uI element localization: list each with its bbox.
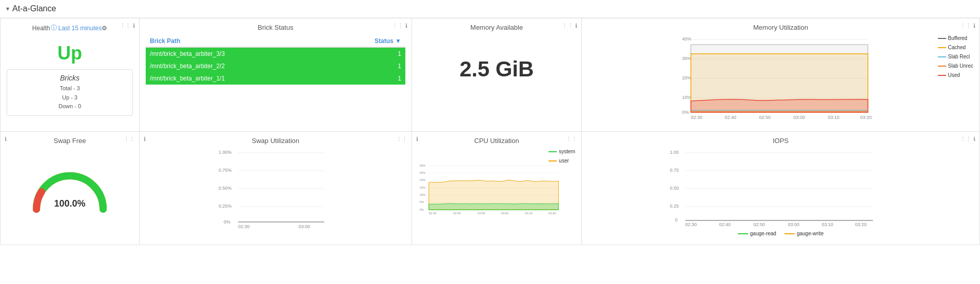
svg-text:20%: 20% bbox=[682, 75, 692, 80]
drag-icon-memutil: ⋮⋮ bbox=[960, 23, 971, 29]
brick-table: Brick Path Status ▼ /mnt/brick_beta_arbi… bbox=[146, 35, 405, 85]
legend-item: gauge-write bbox=[785, 231, 824, 236]
svg-text:02:30: 02:30 bbox=[238, 224, 250, 229]
svg-text:03:20: 03:20 bbox=[855, 222, 867, 227]
memory-value: 2.5 GiB bbox=[418, 57, 575, 82]
svg-text:03:10: 03:10 bbox=[822, 222, 834, 227]
swap-util-title: Swap Utilization bbox=[146, 137, 405, 145]
svg-text:10%: 10% bbox=[420, 193, 426, 196]
svg-text:02:40: 02:40 bbox=[719, 222, 731, 227]
svg-text:20%: 20% bbox=[420, 178, 426, 181]
bricks-up: Up - 3 bbox=[13, 93, 126, 103]
svg-text:03:00: 03:00 bbox=[299, 224, 310, 229]
cpu-util-title: CPU Utilization bbox=[418, 137, 575, 145]
brick-path: /mnt/brick_beta_arbiter_3/3 bbox=[146, 47, 329, 60]
col-path[interactable]: Brick Path bbox=[146, 35, 329, 47]
drag-icon-mem: ⋮⋮ bbox=[562, 23, 573, 29]
svg-text:10%: 10% bbox=[682, 95, 692, 100]
swap-util-panel: ℹ ⋮⋮ Swap Utilization 1.00% 0.75% 0.50% … bbox=[140, 132, 411, 245]
page-title: At-a-Glance bbox=[12, 4, 56, 13]
col-status[interactable]: Status ▼ bbox=[329, 35, 405, 47]
legend-item: Cached bbox=[938, 43, 973, 52]
health-panel: ⋮⋮ ℹ Health ⓘ Last 15 minutes ⚙ Up Brick… bbox=[1, 18, 139, 131]
svg-text:03:20: 03:20 bbox=[860, 115, 872, 120]
svg-text:02:50: 02:50 bbox=[759, 115, 771, 120]
svg-text:02:50: 02:50 bbox=[754, 222, 766, 227]
svg-text:02:50: 02:50 bbox=[478, 212, 485, 215]
svg-text:0%: 0% bbox=[224, 219, 230, 225]
iops-legend: gauge-readgauge-write bbox=[588, 231, 973, 236]
svg-text:03:20: 03:20 bbox=[548, 212, 556, 215]
drag-icon-iops: ⋮⋮ bbox=[960, 136, 971, 143]
svg-text:0.25%: 0.25% bbox=[219, 204, 232, 209]
svg-text:30%: 30% bbox=[420, 164, 426, 167]
health-label-row: Health ⓘ Last 15 minutes ⚙ bbox=[7, 24, 133, 32]
page-header: ▾ At-a-Glance bbox=[0, 0, 980, 18]
info-icon-memutil[interactable]: ℹ bbox=[973, 23, 975, 29]
gauge-container: 100.0% bbox=[29, 163, 111, 209]
info-icon-mem[interactable]: ℹ bbox=[575, 23, 577, 29]
health-text: Health bbox=[32, 25, 50, 32]
settings-icon[interactable]: ⚙ bbox=[102, 25, 107, 32]
iops-title: IOPS bbox=[588, 137, 973, 145]
cpu-util-panel: ℹ ⋮⋮ CPU Utilization systemuser 30% 25% … bbox=[412, 132, 581, 245]
drag-icon-cpu: ⋮⋮ bbox=[566, 136, 577, 143]
table-row: /mnt/brick_beta_arbiter_2/21 bbox=[146, 60, 405, 72]
last-minutes-label: Last 15 minutes bbox=[58, 25, 102, 32]
svg-text:02:40: 02:40 bbox=[453, 212, 461, 215]
bricks-down: Down - 0 bbox=[13, 102, 126, 111]
brick-path: /mnt/brick_beta_arbiter_1/1 bbox=[146, 72, 329, 85]
svg-text:1.00: 1.00 bbox=[670, 150, 679, 155]
svg-text:25%: 25% bbox=[420, 171, 426, 174]
drag-icon-swap: ⋮⋮ bbox=[124, 136, 135, 143]
brick-status-val: 1 bbox=[329, 60, 405, 72]
svg-text:0: 0 bbox=[675, 217, 678, 222]
svg-text:03:10: 03:10 bbox=[828, 115, 840, 120]
legend-item: Slab Unrec bbox=[938, 62, 973, 71]
drag-icon-swaputil: ⋮⋮ bbox=[396, 136, 407, 143]
info-icon-swap[interactable]: ℹ bbox=[5, 136, 7, 142]
bricks-section: Bricks Total - 3 Up - 3 Down - 0 bbox=[7, 69, 133, 116]
cpu-legend: systemuser bbox=[548, 147, 575, 166]
table-row: /mnt/brick_beta_arbiter_1/11 bbox=[146, 72, 405, 85]
drag-icon: ⋮⋮ bbox=[120, 23, 131, 29]
info-icon-brick[interactable]: ℹ bbox=[405, 23, 407, 29]
svg-text:0%: 0% bbox=[682, 110, 689, 115]
iops-chart: 1.00 0.75 0.50 0.25 0 02:30 02:40 02:50 … bbox=[588, 148, 973, 227]
bricks-title: Bricks bbox=[13, 74, 126, 82]
memory-util-title: Memory Utilization bbox=[588, 24, 973, 31]
memory-util-chart: 40% 30% 20% 10% 0% 02:30 02:40 02:50 03: bbox=[588, 34, 973, 121]
svg-text:0.50%: 0.50% bbox=[219, 186, 232, 191]
svg-text:02:30: 02:30 bbox=[691, 115, 703, 120]
brick-status-val: 1 bbox=[329, 72, 405, 85]
health-status: Up bbox=[7, 43, 133, 64]
svg-text:5%: 5% bbox=[420, 200, 424, 204]
table-row: /mnt/brick_beta_arbiter_3/31 bbox=[146, 47, 405, 60]
info-icon-cpu[interactable]: ℹ bbox=[416, 136, 418, 142]
info-icon-health[interactable]: ℹ bbox=[133, 23, 135, 29]
svg-text:02:30: 02:30 bbox=[685, 222, 697, 227]
legend-item: gauge-read bbox=[738, 231, 776, 236]
drag-icon-brick: ⋮⋮ bbox=[392, 23, 403, 29]
info-icon-iops[interactable]: ℹ bbox=[973, 136, 975, 143]
memory-available-panel: ⋮⋮ ℹ Memory Available 2.5 GiB bbox=[412, 18, 581, 131]
svg-text:0%: 0% bbox=[420, 208, 424, 211]
svg-text:30%: 30% bbox=[682, 56, 692, 61]
svg-text:0.75%: 0.75% bbox=[219, 168, 232, 173]
svg-text:02:40: 02:40 bbox=[725, 115, 737, 120]
svg-text:40%: 40% bbox=[682, 36, 692, 42]
svg-text:03:00: 03:00 bbox=[788, 222, 800, 227]
swap-util-chart: 1.00% 0.75% 0.50% 0.25% 0% 02:30 03:00 bbox=[146, 148, 405, 230]
svg-text:0.50: 0.50 bbox=[670, 186, 679, 191]
brick-path: /mnt/brick_beta_arbiter_2/2 bbox=[146, 60, 329, 72]
svg-text:03:10: 03:10 bbox=[525, 212, 533, 215]
svg-text:03:00: 03:00 bbox=[501, 212, 508, 215]
svg-text:0.25: 0.25 bbox=[670, 204, 679, 209]
dashboard-grid: ⋮⋮ ℹ Health ⓘ Last 15 minutes ⚙ Up Brick… bbox=[0, 18, 980, 245]
info-icon-swaputil[interactable]: ℹ bbox=[144, 136, 146, 142]
bricks-stats: Total - 3 Up - 3 Down - 0 bbox=[13, 84, 126, 111]
svg-text:02:30: 02:30 bbox=[429, 212, 437, 215]
gauge-value: 100.0% bbox=[54, 198, 85, 209]
collapse-icon[interactable]: ▾ bbox=[6, 5, 9, 12]
legend-item: Used bbox=[938, 71, 973, 80]
